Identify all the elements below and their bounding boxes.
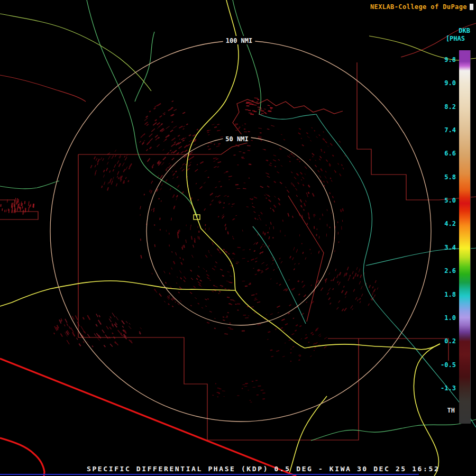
colorbar-tick: 4.2: [433, 221, 456, 227]
colorbar-tick: 8.2: [433, 104, 456, 111]
status-bar: SPECIFIC DIFFERENTIAL PHASE (KDP) 0.5 DE…: [87, 465, 440, 473]
svg-text:100 NMI: 100 NMI: [226, 37, 253, 44]
colorbar-tick: 1.8: [433, 291, 456, 298]
colorbar-tick: 9.8: [433, 57, 456, 63]
colorbar-tick: 3.4: [433, 244, 456, 251]
radar-screen: 100 NMI50 NMI NEXLAB-College of DuPage D…: [0, 0, 476, 476]
colorbar-tick: -0.5: [433, 362, 456, 369]
bottom-blue-line: [0, 474, 419, 475]
colorbar-tick: 1.0: [433, 315, 456, 322]
colorbar-tick: 2.6: [433, 268, 456, 274]
colorbar-scale: [459, 50, 471, 424]
colorbar-tick: 0.2: [433, 338, 456, 345]
colorbar-th-label: TH: [447, 407, 455, 414]
product-status-text: SPECIFIC DIFFERENTIAL PHASE (KDP) 0.5 DE…: [87, 465, 440, 473]
colorbar-tick: 6.6: [433, 150, 456, 157]
colorbar-tick: 5.0: [433, 197, 456, 204]
colorbar-tick: 7.4: [433, 127, 456, 134]
site-title: NEXLAB-College of DuPage: [370, 3, 467, 11]
svg-text:50 NMI: 50 NMI: [225, 135, 248, 143]
title-cursor-block: [470, 4, 473, 10]
colorbar-phase-label: [PHAS: [446, 35, 465, 42]
colorbar-tick: 9.0: [433, 80, 456, 87]
colorbar-tick: 5.8: [433, 174, 456, 181]
colorbar-unit-label: DKB: [459, 27, 470, 34]
colorbar-tick: -1.3: [433, 385, 456, 392]
radar-map: 100 NMI50 NMI: [0, 0, 476, 476]
